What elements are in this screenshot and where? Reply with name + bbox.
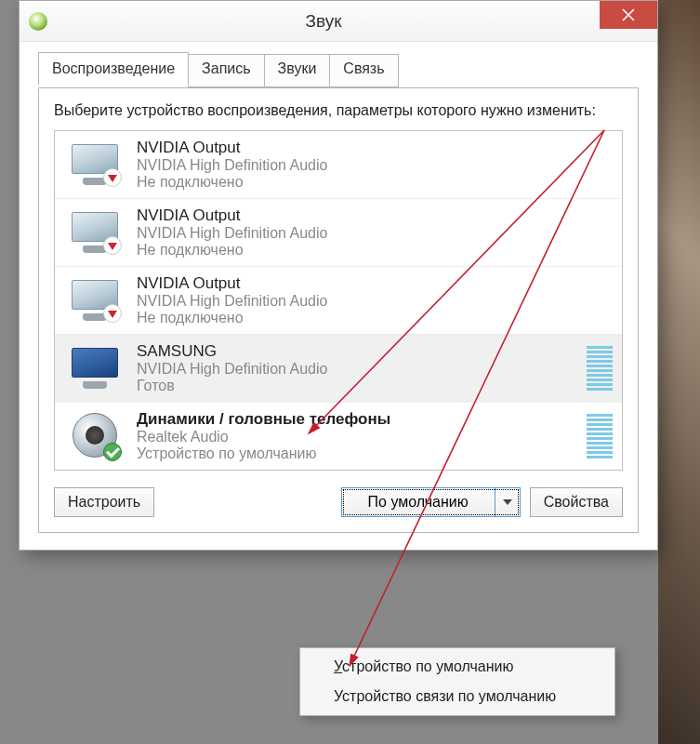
close-icon bbox=[622, 8, 635, 21]
device-status: Не подключено bbox=[137, 310, 613, 326]
tabs-bar: ВоспроизведениеЗаписьЗвукиСвязь bbox=[38, 54, 639, 88]
configure-button[interactable]: Настроить bbox=[54, 487, 154, 517]
tab-1[interactable]: Запись bbox=[188, 54, 265, 87]
device-row-3[interactable]: SAMSUNGNVIDIA High Definition AudioГотов bbox=[55, 334, 622, 402]
level-meter-icon bbox=[587, 414, 613, 458]
device-status: Не подключено bbox=[137, 242, 613, 259]
device-driver: NVIDIA High Definition Audio bbox=[137, 361, 579, 378]
dialog-content: ВоспроизведениеЗаписьЗвукиСвязь Выберите… bbox=[20, 42, 657, 550]
set-default-dropdown-menu: Устройство по умолчаниюУстройство связи … bbox=[299, 647, 615, 716]
device-row-1[interactable]: NVIDIA OutputNVIDIA High Definition Audi… bbox=[55, 198, 622, 266]
dropdown-menu-item-1[interactable]: Устройство связи по умолчанию bbox=[302, 682, 613, 711]
device-driver: NVIDIA High Definition Audio bbox=[137, 157, 613, 174]
device-driver: NVIDIA High Definition Audio bbox=[137, 293, 613, 310]
properties-button[interactable]: Свойства bbox=[530, 487, 623, 517]
sound-dialog-window: Звук ВоспроизведениеЗаписьЗвукиСвязь Выб… bbox=[19, 0, 658, 551]
monitor-blue-icon bbox=[62, 348, 127, 389]
set-default-dropdown-arrow[interactable] bbox=[495, 488, 520, 516]
device-row-2[interactable]: NVIDIA OutputNVIDIA High Definition Audi… bbox=[55, 266, 622, 334]
device-driver: NVIDIA High Definition Audio bbox=[137, 225, 613, 242]
device-name: SAMSUNG bbox=[137, 342, 579, 361]
app-icon bbox=[29, 12, 47, 31]
device-status: Готов bbox=[137, 378, 579, 394]
device-name: NVIDIA Output bbox=[137, 139, 613, 157]
device-name: NVIDIA Output bbox=[137, 206, 613, 225]
device-driver: Realtek Audio bbox=[137, 429, 579, 445]
tab-2[interactable]: Звуки bbox=[264, 54, 331, 87]
device-row-0[interactable]: NVIDIA OutputNVIDIA High Definition Audi… bbox=[55, 131, 622, 198]
dropdown-menu-item-0[interactable]: Устройство по умолчанию bbox=[302, 652, 613, 682]
device-status: Устройство по умолчанию bbox=[137, 445, 579, 462]
device-name: NVIDIA Output bbox=[137, 274, 613, 293]
window-title: Звук bbox=[47, 11, 600, 32]
titlebar[interactable]: Звук bbox=[20, 1, 657, 42]
close-button[interactable] bbox=[600, 1, 657, 29]
level-meter-icon bbox=[587, 346, 613, 391]
monitor-icon bbox=[62, 212, 127, 253]
set-default-button-main[interactable]: По умолчанию bbox=[342, 488, 495, 516]
monitor-icon bbox=[62, 280, 127, 321]
device-status: Не подключено bbox=[137, 174, 613, 191]
monitor-icon bbox=[62, 144, 127, 185]
buttons-row: Настроить По умолчанию Свойства bbox=[54, 487, 623, 517]
device-name: Динамики / головные телефоны bbox=[137, 410, 579, 429]
speaker-icon bbox=[62, 413, 127, 459]
tab-0[interactable]: Воспроизведение bbox=[38, 52, 189, 86]
desktop-background-strip bbox=[658, 0, 700, 744]
device-row-4[interactable]: Динамики / головные телефоныRealtek Audi… bbox=[55, 402, 622, 470]
set-default-split-button[interactable]: По умолчанию bbox=[341, 487, 521, 517]
instructions-text: Выберите устройство воспроизведения, пар… bbox=[54, 100, 623, 121]
playback-tabpanel: Выберите устройство воспроизведения, пар… bbox=[38, 87, 639, 533]
device-list[interactable]: NVIDIA OutputNVIDIA High Definition Audi… bbox=[54, 130, 623, 471]
tab-3[interactable]: Связь bbox=[329, 54, 398, 87]
